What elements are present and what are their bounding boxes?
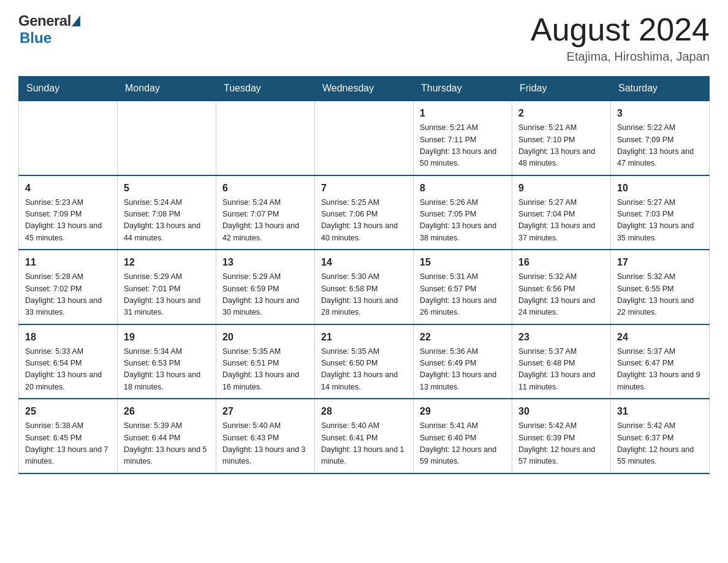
calendar-day: 24Sunrise: 5:37 AM Sunset: 6:47 PM Dayli… <box>611 324 710 399</box>
logo-general-text: General <box>18 12 71 29</box>
day-info: Sunrise: 5:24 AM Sunset: 7:07 PM Dayligh… <box>222 197 308 245</box>
calendar-day <box>315 101 414 175</box>
day-info: Sunrise: 5:22 AM Sunset: 7:09 PM Dayligh… <box>617 122 703 170</box>
calendar-day <box>118 101 216 175</box>
day-number: 3 <box>617 106 703 121</box>
calendar-day: 6Sunrise: 5:24 AM Sunset: 7:07 PM Daylig… <box>216 175 315 250</box>
day-info: Sunrise: 5:37 AM Sunset: 6:47 PM Dayligh… <box>617 346 703 394</box>
calendar-week-3: 11Sunrise: 5:28 AM Sunset: 7:02 PM Dayli… <box>19 250 710 324</box>
calendar-day: 27Sunrise: 5:40 AM Sunset: 6:43 PM Dayli… <box>216 399 315 473</box>
day-info: Sunrise: 5:41 AM Sunset: 6:40 PM Dayligh… <box>420 420 506 468</box>
day-number: 23 <box>518 330 604 345</box>
weekday-header-tuesday: Tuesday <box>216 77 315 101</box>
calendar-day: 1Sunrise: 5:21 AM Sunset: 7:11 PM Daylig… <box>414 101 512 175</box>
day-info: Sunrise: 5:21 AM Sunset: 7:11 PM Dayligh… <box>420 122 506 170</box>
calendar-day: 30Sunrise: 5:42 AM Sunset: 6:39 PM Dayli… <box>512 399 611 473</box>
day-number: 7 <box>321 181 407 196</box>
day-info: Sunrise: 5:28 AM Sunset: 7:02 PM Dayligh… <box>25 271 111 319</box>
day-number: 27 <box>222 404 308 419</box>
day-info: Sunrise: 5:32 AM Sunset: 6:56 PM Dayligh… <box>518 271 604 319</box>
day-number: 11 <box>25 255 111 270</box>
calendar-day: 26Sunrise: 5:39 AM Sunset: 6:44 PM Dayli… <box>118 399 216 473</box>
calendar-day: 15Sunrise: 5:31 AM Sunset: 6:57 PM Dayli… <box>414 250 512 324</box>
calendar-day: 11Sunrise: 5:28 AM Sunset: 7:02 PM Dayli… <box>19 250 118 324</box>
calendar-day: 20Sunrise: 5:35 AM Sunset: 6:51 PM Dayli… <box>216 324 315 399</box>
calendar-week-5: 25Sunrise: 5:38 AM Sunset: 6:45 PM Dayli… <box>19 399 710 473</box>
calendar-day: 28Sunrise: 5:40 AM Sunset: 6:41 PM Dayli… <box>315 399 414 473</box>
day-number: 25 <box>25 404 111 419</box>
calendar-day: 18Sunrise: 5:33 AM Sunset: 6:54 PM Dayli… <box>19 324 118 399</box>
day-number: 20 <box>222 330 308 345</box>
day-number: 4 <box>25 181 111 196</box>
day-info: Sunrise: 5:23 AM Sunset: 7:09 PM Dayligh… <box>25 197 111 245</box>
weekday-header-friday: Friday <box>512 77 611 101</box>
page-header: General Blue August 2024 Etajima, Hirosh… <box>18 12 710 64</box>
calendar-week-4: 18Sunrise: 5:33 AM Sunset: 6:54 PM Dayli… <box>19 324 710 399</box>
calendar-day: 13Sunrise: 5:29 AM Sunset: 6:59 PM Dayli… <box>216 250 315 324</box>
location-label: Etajima, Hiroshima, Japan <box>531 50 710 64</box>
day-info: Sunrise: 5:40 AM Sunset: 6:41 PM Dayligh… <box>321 420 407 468</box>
day-number: 10 <box>617 181 703 196</box>
day-number: 13 <box>222 255 308 270</box>
logo-blue-text: Blue <box>20 29 51 46</box>
calendar-day: 23Sunrise: 5:37 AM Sunset: 6:48 PM Dayli… <box>512 324 611 399</box>
day-info: Sunrise: 5:29 AM Sunset: 7:01 PM Dayligh… <box>124 271 210 319</box>
calendar-day: 21Sunrise: 5:35 AM Sunset: 6:50 PM Dayli… <box>315 324 414 399</box>
calendar-day: 17Sunrise: 5:32 AM Sunset: 6:55 PM Dayli… <box>611 250 710 324</box>
day-info: Sunrise: 5:34 AM Sunset: 6:53 PM Dayligh… <box>124 346 210 394</box>
day-info: Sunrise: 5:36 AM Sunset: 6:49 PM Dayligh… <box>420 346 506 394</box>
day-info: Sunrise: 5:32 AM Sunset: 6:55 PM Dayligh… <box>617 271 703 319</box>
calendar-day: 22Sunrise: 5:36 AM Sunset: 6:49 PM Dayli… <box>414 324 512 399</box>
day-number: 21 <box>321 330 407 345</box>
day-number: 8 <box>420 181 506 196</box>
day-number: 31 <box>617 404 703 419</box>
day-number: 22 <box>420 330 506 345</box>
day-info: Sunrise: 5:33 AM Sunset: 6:54 PM Dayligh… <box>25 346 111 394</box>
day-info: Sunrise: 5:31 AM Sunset: 6:57 PM Dayligh… <box>420 271 506 319</box>
day-number: 5 <box>124 181 210 196</box>
calendar-day: 7Sunrise: 5:25 AM Sunset: 7:06 PM Daylig… <box>315 175 414 250</box>
calendar-day <box>19 101 118 175</box>
month-title: August 2024 <box>531 12 710 47</box>
calendar-day: 12Sunrise: 5:29 AM Sunset: 7:01 PM Dayli… <box>118 250 216 324</box>
day-info: Sunrise: 5:27 AM Sunset: 7:03 PM Dayligh… <box>617 197 703 245</box>
day-number: 14 <box>321 255 407 270</box>
calendar-day: 29Sunrise: 5:41 AM Sunset: 6:40 PM Dayli… <box>414 399 512 473</box>
day-info: Sunrise: 5:35 AM Sunset: 6:50 PM Dayligh… <box>321 346 407 394</box>
calendar-week-2: 4Sunrise: 5:23 AM Sunset: 7:09 PM Daylig… <box>19 175 710 250</box>
weekday-header-wednesday: Wednesday <box>315 77 414 101</box>
calendar-day: 8Sunrise: 5:26 AM Sunset: 7:05 PM Daylig… <box>414 175 512 250</box>
day-number: 6 <box>222 181 308 196</box>
day-number: 2 <box>518 106 604 121</box>
day-number: 24 <box>617 330 703 345</box>
weekday-header-monday: Monday <box>118 77 216 101</box>
day-info: Sunrise: 5:27 AM Sunset: 7:04 PM Dayligh… <box>518 197 604 245</box>
day-info: Sunrise: 5:42 AM Sunset: 6:39 PM Dayligh… <box>518 420 604 468</box>
calendar-day: 14Sunrise: 5:30 AM Sunset: 6:58 PM Dayli… <box>315 250 414 324</box>
logo: General Blue <box>18 12 80 47</box>
calendar-day: 4Sunrise: 5:23 AM Sunset: 7:09 PM Daylig… <box>19 175 118 250</box>
day-info: Sunrise: 5:24 AM Sunset: 7:08 PM Dayligh… <box>124 197 210 245</box>
day-number: 29 <box>420 404 506 419</box>
day-info: Sunrise: 5:42 AM Sunset: 6:37 PM Dayligh… <box>617 420 703 468</box>
calendar-day: 25Sunrise: 5:38 AM Sunset: 6:45 PM Dayli… <box>19 399 118 473</box>
calendar-day: 31Sunrise: 5:42 AM Sunset: 6:37 PM Dayli… <box>611 399 710 473</box>
day-info: Sunrise: 5:39 AM Sunset: 6:44 PM Dayligh… <box>124 420 210 468</box>
day-info: Sunrise: 5:26 AM Sunset: 7:05 PM Dayligh… <box>420 197 506 245</box>
day-info: Sunrise: 5:30 AM Sunset: 6:58 PM Dayligh… <box>321 271 407 319</box>
calendar-day: 10Sunrise: 5:27 AM Sunset: 7:03 PM Dayli… <box>611 175 710 250</box>
calendar-day: 16Sunrise: 5:32 AM Sunset: 6:56 PM Dayli… <box>512 250 611 324</box>
day-number: 15 <box>420 255 506 270</box>
calendar-day: 19Sunrise: 5:34 AM Sunset: 6:53 PM Dayli… <box>118 324 216 399</box>
calendar-day: 5Sunrise: 5:24 AM Sunset: 7:08 PM Daylig… <box>118 175 216 250</box>
day-number: 30 <box>518 404 604 419</box>
day-number: 18 <box>25 330 111 345</box>
day-info: Sunrise: 5:35 AM Sunset: 6:51 PM Dayligh… <box>222 346 308 394</box>
logo-arrow-icon <box>72 15 80 26</box>
weekday-header-thursday: Thursday <box>414 77 512 101</box>
day-number: 26 <box>124 404 210 419</box>
calendar-day <box>216 101 315 175</box>
calendar-table: SundayMondayTuesdayWednesdayThursdayFrid… <box>18 76 710 474</box>
day-info: Sunrise: 5:37 AM Sunset: 6:48 PM Dayligh… <box>518 346 604 394</box>
weekday-header-saturday: Saturday <box>611 77 710 101</box>
